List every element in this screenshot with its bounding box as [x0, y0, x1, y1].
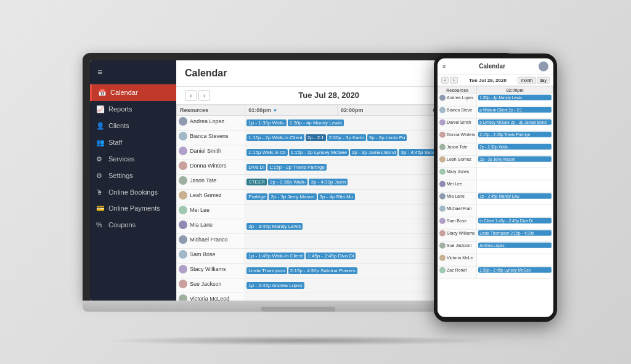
calendar-icon: 📅: [98, 89, 107, 97]
phone-event-cell: [477, 168, 553, 180]
phone-event-cell: [477, 180, 553, 192]
phone-event-cell: 1:30p - 2:45p Lynsey McGee: [477, 266, 553, 278]
resource-cell: Michael Franco: [177, 233, 245, 248]
sidebar-item-clients[interactable]: 👤 Clients: [90, 118, 176, 134]
phone-resource-cell: Mary Jones: [438, 168, 477, 180]
phone-event-cell: p Walk-in Client 2p - 2:1: [477, 106, 553, 118]
phone-cal-toolbar: ‹ › Tue Jul 28, 2020 month day: [438, 75, 553, 86]
phone-col-time: 02:00pm: [477, 86, 553, 94]
phone-event-cell: [477, 204, 553, 217]
staff-icon: 👥: [96, 139, 105, 147]
scene: ≡ 📅 Calendar 📈 Reports 👤 Clients: [0, 0, 631, 364]
phone-screen: ≡ Calendar ‹ › Tue Jul 28, 2020 month da…: [438, 58, 553, 317]
col-2pm: 02:00pm: [337, 105, 429, 115]
phone-event-cell: 2:15p - 2:45p Travis Partrige: [477, 131, 553, 143]
resource-cell: Daniel Smith: [177, 145, 245, 160]
hamburger-icon[interactable]: ≡: [97, 67, 102, 77]
sidebar-item-services[interactable]: ⚙ Services: [90, 151, 176, 168]
phone-calendar-grid: Resources 02:00pm Andrea Lopez1:30p - 4p…: [438, 86, 553, 317]
resource-cell: Victoria McLeod: [177, 293, 245, 301]
phone-month-view-button[interactable]: month: [518, 76, 535, 83]
phone-event-cell: [477, 254, 553, 266]
col-resources: Resources: [177, 105, 245, 115]
phone-resource-cell: Zac Ronef: [438, 266, 477, 278]
phone-next-button[interactable]: ›: [450, 76, 457, 83]
sidebar-item-online-payments[interactable]: 💳 Online Payments: [90, 200, 176, 217]
sidebar-label-calendar: Calendar: [110, 89, 138, 96]
calendar-date: Tue Jul 28, 2020: [298, 91, 359, 100]
col-1pm: 01:00pm ▼: [245, 105, 338, 115]
sidebar-item-staff[interactable]: 👥 Staff: [90, 134, 176, 151]
resource-cell: Jason Tate: [177, 174, 245, 189]
phone-resource-cell: Mei Lee: [438, 180, 477, 192]
resource-cell: Bianca Stevens: [177, 130, 245, 145]
coupons-icon: %: [96, 221, 105, 229]
sidebar-label-staff: Staff: [108, 139, 122, 146]
resource-cell: Leah Gomez: [177, 189, 245, 204]
resource-cell: Andrea Lopez: [177, 115, 245, 130]
resource-cell: Donna Winters: [177, 160, 245, 174]
resource-cell: Mei Lee: [177, 204, 245, 219]
phone-resource-cell: Leah Gomez: [438, 155, 477, 168]
sidebar-label-clients: Clients: [108, 122, 129, 129]
resource-cell: Mia Lane: [177, 219, 245, 233]
phone-nav-buttons: ‹ ›: [441, 76, 458, 83]
phone-resource-cell: Daniel Smith: [438, 118, 477, 131]
clients-icon: 👤: [96, 122, 105, 130]
phone-resource-cell: Sam Bose: [438, 217, 477, 229]
sidebar-item-online-bookings[interactable]: 🖱 Online Bookings: [90, 184, 176, 200]
next-button[interactable]: ›: [198, 90, 211, 101]
phone-resource-cell: Bianca Steve: [438, 106, 477, 118]
sidebar: ≡ 📅 Calendar 📈 Reports 👤 Clients: [90, 60, 176, 301]
phone-event-cell: in Client 1:45p - 2:45p Diva Di: [477, 217, 553, 229]
bookings-icon: 🖱: [96, 188, 105, 196]
resource-cell: Stacy Williams: [177, 263, 245, 278]
phone-event-cell: Andrea Lopez: [477, 241, 553, 254]
sidebar-header: ≡: [90, 60, 176, 84]
phone-event-cell: 2p - 3p Jerry Mason: [477, 155, 553, 168]
sidebar-label-reports: Reports: [108, 105, 132, 113]
phone-event-cell: 2p - 3:45p Mandy Lew: [477, 192, 553, 204]
sidebar-label-coupons: Coupons: [108, 221, 136, 229]
prev-button[interactable]: ‹: [185, 90, 197, 101]
sidebar-label-payments: Online Payments: [108, 204, 160, 212]
phone-prev-button[interactable]: ‹: [441, 76, 449, 83]
phone-event-cell: 2p - 2:30p Walk-: [477, 143, 553, 155]
nav-buttons: ‹ ›: [185, 90, 210, 101]
phone-col-resources: Resources: [438, 86, 477, 94]
phone-resource-cell: Mia Lane: [438, 192, 477, 204]
phone-avatar[interactable]: [539, 61, 548, 71]
sidebar-label-services: Services: [108, 155, 134, 163]
phone-resource-cell: Michael Fran: [438, 204, 477, 217]
phone-view-buttons: month day: [518, 76, 550, 83]
phone-calendar-date: Tue Jul 28, 2020: [469, 77, 507, 83]
phone-event-cell: Linda Thompson 2:15p - 4:30p: [477, 229, 553, 241]
phone-hamburger-icon[interactable]: ≡: [442, 63, 446, 69]
sidebar-item-calendar[interactable]: 📅 Calendar: [90, 84, 176, 101]
sidebar-label-settings: Settings: [108, 172, 133, 179]
phone-resource-cell: Andrea Lopez: [438, 94, 477, 106]
laptop-shadow: [102, 336, 497, 346]
sidebar-item-coupons[interactable]: % Coupons: [90, 217, 176, 233]
phone-resource-cell: Stacy Williams: [438, 229, 477, 241]
phone-top-bar: ≡ Calendar: [438, 58, 553, 75]
phone-event-cell: 1:30p - 4p Mandy Lewis: [477, 94, 553, 106]
phone: ≡ Calendar ‹ › Tue Jul 28, 2020 month da…: [434, 53, 557, 322]
phone-calendar-table: Resources 02:00pm Andrea Lopez1:30p - 4p…: [438, 86, 553, 278]
phone-day-view-button[interactable]: day: [537, 76, 550, 83]
sidebar-item-settings[interactable]: ⚙ Settings: [90, 168, 176, 184]
payments-icon: 💳: [96, 204, 105, 212]
page-title: Calendar: [185, 68, 227, 79]
reports-icon: 📈: [96, 105, 105, 113]
resource-cell: Sue Jackson: [177, 278, 245, 293]
phone-resource-cell: Jason Tate: [438, 143, 477, 155]
services-icon: ⚙: [96, 155, 105, 163]
phone-resource-cell: Victoria McLe: [438, 254, 477, 266]
sidebar-label-bookings: Online Bookings: [108, 188, 158, 196]
phone-resource-cell: Donna Winters: [438, 131, 477, 143]
sidebar-item-reports[interactable]: 📈 Reports: [90, 101, 176, 118]
phone-page-title: Calendar: [479, 63, 505, 70]
resource-cell: Sam Bose: [177, 248, 245, 263]
settings-icon: ⚙: [96, 172, 105, 180]
phone-body: ≡ Calendar ‹ › Tue Jul 28, 2020 month da…: [434, 53, 557, 322]
